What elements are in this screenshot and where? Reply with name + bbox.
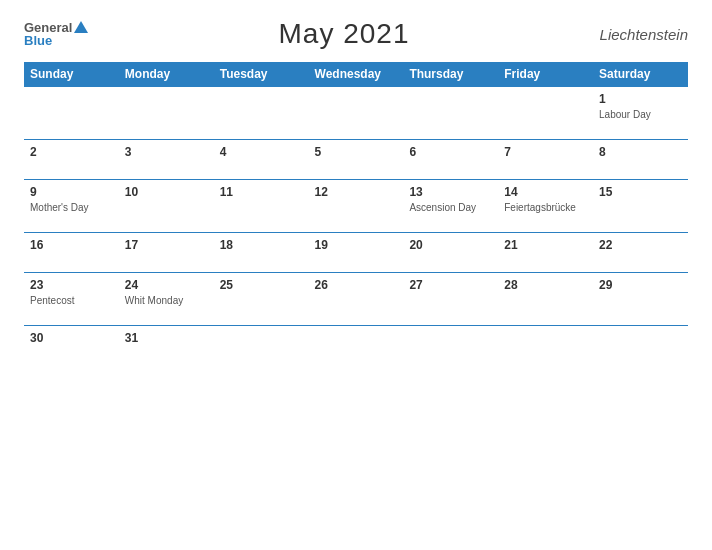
day-of-week-header: Wednesday <box>309 62 404 87</box>
day-of-week-header: Tuesday <box>214 62 309 87</box>
calendar-week-row: 2345678 <box>24 140 688 180</box>
country-label: Liechtenstein <box>600 26 688 43</box>
day-number: 5 <box>315 145 398 159</box>
calendar-cell: 30 <box>24 326 119 358</box>
day-of-week-header: Friday <box>498 62 593 87</box>
calendar-cell: 11 <box>214 180 309 233</box>
holiday-label: Labour Day <box>599 108 682 121</box>
calendar-cell: 13Ascension Day <box>403 180 498 233</box>
calendar-week-row: 16171819202122 <box>24 233 688 273</box>
calendar-cell <box>214 326 309 358</box>
holiday-label: Pentecost <box>30 294 113 307</box>
calendar-cell: 12 <box>309 180 404 233</box>
calendar-header: General Blue May 2021 Liechtenstein <box>24 18 688 50</box>
day-number: 23 <box>30 278 113 292</box>
logo-general-text: General <box>24 21 88 35</box>
day-number: 11 <box>220 185 303 199</box>
day-of-week-header: Sunday <box>24 62 119 87</box>
calendar-cell: 3 <box>119 140 214 180</box>
calendar-cell <box>119 87 214 140</box>
day-number: 31 <box>125 331 208 345</box>
day-number: 27 <box>409 278 492 292</box>
calendar-cell: 27 <box>403 273 498 326</box>
holiday-label: Feiertagsbrücke <box>504 201 587 214</box>
calendar-cell: 24Whit Monday <box>119 273 214 326</box>
calendar-cell <box>24 87 119 140</box>
day-number: 18 <box>220 238 303 252</box>
calendar-cell: 17 <box>119 233 214 273</box>
day-number: 30 <box>30 331 113 345</box>
calendar-cell: 8 <box>593 140 688 180</box>
calendar-week-row: 1Labour Day <box>24 87 688 140</box>
day-number: 28 <box>504 278 587 292</box>
day-number: 7 <box>504 145 587 159</box>
calendar-cell: 20 <box>403 233 498 273</box>
day-number: 2 <box>30 145 113 159</box>
calendar-week-row: 9Mother's Day10111213Ascension Day14Feie… <box>24 180 688 233</box>
calendar-cell <box>403 87 498 140</box>
calendar-cell: 14Feiertagsbrücke <box>498 180 593 233</box>
calendar-cell: 18 <box>214 233 309 273</box>
holiday-label: Mother's Day <box>30 201 113 214</box>
day-number: 4 <box>220 145 303 159</box>
calendar-cell <box>593 326 688 358</box>
calendar-cell <box>214 87 309 140</box>
day-number: 26 <box>315 278 398 292</box>
calendar-cell: 15 <box>593 180 688 233</box>
calendar-week-row: 3031 <box>24 326 688 358</box>
calendar-cell: 28 <box>498 273 593 326</box>
day-number: 10 <box>125 185 208 199</box>
day-number: 16 <box>30 238 113 252</box>
day-number: 3 <box>125 145 208 159</box>
day-number: 15 <box>599 185 682 199</box>
calendar-cell <box>498 326 593 358</box>
calendar-cell <box>498 87 593 140</box>
day-number: 17 <box>125 238 208 252</box>
calendar-week-row: 23Pentecost24Whit Monday2526272829 <box>24 273 688 326</box>
calendar-cell <box>309 326 404 358</box>
day-number: 8 <box>599 145 682 159</box>
calendar-cell: 25 <box>214 273 309 326</box>
calendar-cell: 1Labour Day <box>593 87 688 140</box>
day-number: 24 <box>125 278 208 292</box>
calendar-cell: 5 <box>309 140 404 180</box>
day-number: 20 <box>409 238 492 252</box>
logo-triangle-icon <box>74 21 88 33</box>
holiday-label: Ascension Day <box>409 201 492 214</box>
calendar-cell: 4 <box>214 140 309 180</box>
day-number: 9 <box>30 185 113 199</box>
day-number: 21 <box>504 238 587 252</box>
day-number: 1 <box>599 92 682 106</box>
day-of-week-header: Monday <box>119 62 214 87</box>
logo: General Blue <box>24 21 88 48</box>
day-number: 6 <box>409 145 492 159</box>
calendar-cell: 2 <box>24 140 119 180</box>
calendar-body: 1Labour Day23456789Mother's Day10111213A… <box>24 87 688 358</box>
calendar-cell: 6 <box>403 140 498 180</box>
day-number: 19 <box>315 238 398 252</box>
calendar-cell: 23Pentecost <box>24 273 119 326</box>
holiday-label: Whit Monday <box>125 294 208 307</box>
day-number: 25 <box>220 278 303 292</box>
day-number: 13 <box>409 185 492 199</box>
calendar-cell: 21 <box>498 233 593 273</box>
day-of-week-header: Saturday <box>593 62 688 87</box>
calendar-cell: 7 <box>498 140 593 180</box>
day-number: 22 <box>599 238 682 252</box>
logo-blue-text: Blue <box>24 34 52 47</box>
calendar-cell: 9Mother's Day <box>24 180 119 233</box>
calendar-cell <box>403 326 498 358</box>
calendar-cell: 16 <box>24 233 119 273</box>
calendar-cell: 19 <box>309 233 404 273</box>
calendar-header-row: SundayMondayTuesdayWednesdayThursdayFrid… <box>24 62 688 87</box>
calendar-cell: 29 <box>593 273 688 326</box>
day-number: 12 <box>315 185 398 199</box>
calendar-cell: 10 <box>119 180 214 233</box>
day-number: 14 <box>504 185 587 199</box>
day-of-week-header: Thursday <box>403 62 498 87</box>
calendar-cell <box>309 87 404 140</box>
calendar-table: SundayMondayTuesdayWednesdayThursdayFrid… <box>24 62 688 357</box>
calendar-cell: 26 <box>309 273 404 326</box>
calendar-cell: 22 <box>593 233 688 273</box>
calendar-cell: 31 <box>119 326 214 358</box>
